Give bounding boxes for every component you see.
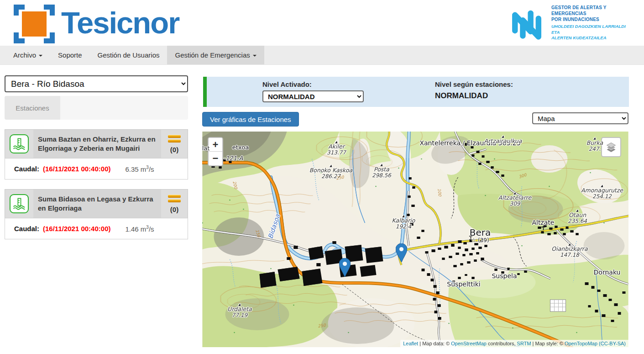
org-subtitle: UHOLDEEI DAGOZKIEN LARRIALDI ETA ALERTEN… bbox=[551, 24, 631, 41]
brand-name: Tesicnor bbox=[61, 5, 179, 40]
topo-map-image bbox=[202, 132, 628, 347]
attribution-text: contributors, bbox=[487, 341, 517, 346]
leaflet-link[interactable]: Leaflet bbox=[403, 341, 418, 346]
station-card-body: Caudal: (16/11/2021 00:40:00) 6.35 m3/s bbox=[5, 158, 188, 180]
wave-n-icon bbox=[508, 4, 546, 42]
header: Tesicnor GESTOR DE ALERTAS Y EMERGENCIAS… bbox=[0, 0, 644, 46]
zoom-in-button[interactable]: + bbox=[209, 138, 222, 152]
main-nav: Archivo Soporte Gestión de Usuarios Gest… bbox=[0, 46, 644, 65]
tab-estaciones[interactable]: Estaciones bbox=[5, 96, 60, 120]
alert-level-panel: Nivel Activado: NORMALIDAD Nivel según e… bbox=[203, 77, 629, 107]
app-window: Tesicnor GESTOR DE ALERTAS Y EMERGENCIAS… bbox=[0, 0, 644, 354]
osm-link[interactable]: OpenStreetMap bbox=[451, 341, 487, 346]
org-title: GESTOR DE ALERTAS Y EMERGENCIAS POR INUN… bbox=[551, 5, 631, 22]
map-view-select[interactable]: Mapa bbox=[532, 112, 628, 124]
nav-label: Archivo bbox=[13, 51, 36, 59]
srtm-link[interactable]: SRTM bbox=[517, 341, 531, 346]
tab-label: Estaciones bbox=[16, 104, 49, 112]
nivel-activado-select[interactable]: NORMALIDAD bbox=[262, 90, 364, 102]
caudal-label: Caudal: bbox=[14, 225, 39, 232]
station-name: Suma Baztan en Oharriz, Ezkurra en Elgor… bbox=[33, 130, 161, 158]
flood-manager-logo: GESTOR DE ALERTAS Y EMERGENCIAS POR INUN… bbox=[508, 4, 631, 42]
zoom-out-button[interactable]: − bbox=[209, 152, 222, 165]
zone-select[interactable]: Bera - Río Bidasoa bbox=[5, 75, 188, 92]
nivel-activado-label: Nivel Activado: bbox=[262, 80, 312, 88]
alert-level-icon bbox=[168, 135, 181, 144]
attribution-text: | Map style: © bbox=[531, 341, 565, 346]
nivel-estaciones-label: Nivel según estaciones: bbox=[435, 80, 513, 88]
map-marker[interactable] bbox=[396, 243, 407, 262]
alert-count-badge: (0) bbox=[170, 206, 178, 213]
caudal-label: Caudal: bbox=[14, 165, 39, 173]
nav-item-gestion-emergencias[interactable]: Gestión de Emergencias bbox=[167, 46, 264, 64]
caudal-value: 1.46 m3/s bbox=[125, 225, 154, 233]
tesicnor-mark-icon bbox=[14, 5, 55, 43]
nav-item-gestion-usuarios[interactable]: Gestión de Usuarios bbox=[90, 46, 168, 64]
station-card-header[interactable]: Suma Bidasoa en Legasa y Ezkurra en Elgo… bbox=[5, 189, 188, 218]
nav-label: Gestión de Emergencias bbox=[175, 51, 250, 59]
station-name: Suma Bidasoa en Legasa y Ezkurra en Elgo… bbox=[33, 190, 161, 218]
chevron-down-icon bbox=[39, 55, 42, 57]
map-zoom-control: + − bbox=[208, 137, 223, 166]
layers-icon bbox=[604, 140, 618, 154]
river-gauge-icon bbox=[10, 194, 29, 213]
nivel-estaciones-value: NORMALIDAD bbox=[435, 91, 488, 100]
caudal-value: 6.35 m3/s bbox=[125, 165, 154, 173]
station-card-header[interactable]: Suma Baztan en Oharriz, Ezkurra en Elgor… bbox=[5, 129, 188, 158]
map-marker[interactable] bbox=[339, 258, 351, 277]
stations-sidebar: Bera - Río Bidasoa Estaciones bbox=[5, 75, 188, 239]
nav-item-soporte[interactable]: Soporte bbox=[50, 46, 90, 64]
attribution-text: | Map data: © bbox=[418, 341, 451, 346]
tesicnor-logo: Tesicnor bbox=[14, 4, 179, 44]
chevron-down-icon bbox=[253, 55, 257, 57]
nav-label: Gestión de Usuarios bbox=[98, 51, 160, 59]
caudal-timestamp: (16/11/2021 00:40:00) bbox=[43, 165, 110, 173]
cc-by-sa-link[interactable]: (CC-BY-SA) bbox=[599, 341, 626, 346]
opentopomap-link[interactable]: OpenTopoMap bbox=[565, 341, 597, 346]
layers-control[interactable] bbox=[601, 137, 621, 157]
map-canvas[interactable]: + − Leaflet | Map data: © OpenStreetMap … bbox=[202, 132, 628, 347]
ver-graficas-button[interactable]: Ver gráficas de Estaciones bbox=[202, 112, 299, 127]
nav-label: Soporte bbox=[58, 51, 82, 59]
nav-item-archivo[interactable]: Archivo bbox=[5, 46, 50, 64]
map-attribution: Leaflet | Map data: © OpenStreetMap cont… bbox=[400, 340, 628, 347]
station-card: Suma Baztan en Oharriz, Ezkurra en Elgor… bbox=[5, 129, 188, 180]
station-card: Suma Bidasoa en Legasa y Ezkurra en Elgo… bbox=[5, 189, 188, 239]
caudal-timestamp: (16/11/2021 00:40:00) bbox=[43, 225, 110, 232]
river-gauge-icon bbox=[10, 134, 29, 153]
sidebar-tabs: Estaciones bbox=[5, 96, 188, 120]
station-card-body: Caudal: (16/11/2021 00:40:00) 1.46 m3/s bbox=[5, 218, 188, 239]
alert-count-badge: (0) bbox=[170, 146, 178, 153]
alert-level-icon bbox=[168, 195, 181, 204]
